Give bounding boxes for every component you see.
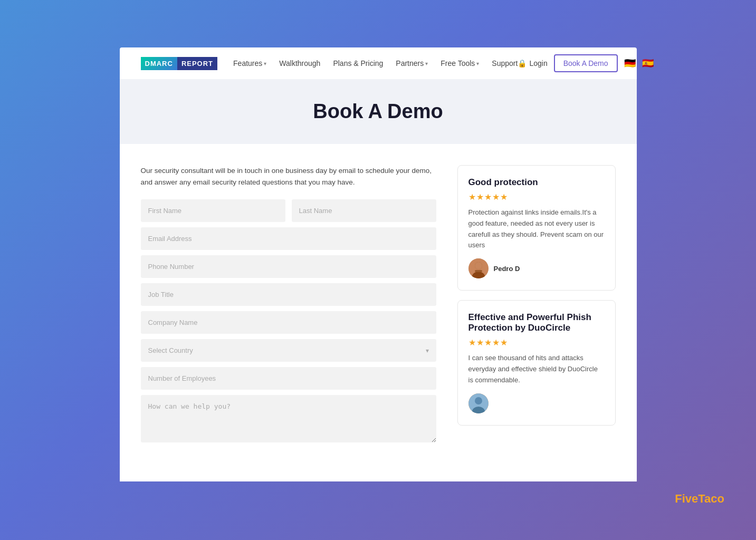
avatar-1: [468, 258, 489, 278]
nav-walkthrough[interactable]: Walkthrough: [279, 59, 320, 68]
svg-rect-4: [475, 270, 482, 272]
review-2-title: Effective and Powerful Phish Protection …: [468, 312, 605, 333]
review-2-text: I can see thousand of hits and attacks e…: [468, 353, 605, 385]
nav-support[interactable]: Support: [492, 59, 518, 68]
brand-suffix: Taco: [698, 492, 724, 505]
nav-free-tools[interactable]: Free Tools ▾: [441, 59, 479, 68]
reviews-side: Good protection ★★★★★ Protection against…: [457, 165, 616, 450]
job-title-input[interactable]: [141, 283, 436, 306]
book-demo-nav-button[interactable]: Book A Demo: [554, 54, 618, 72]
lock-icon: 🔒: [518, 59, 527, 68]
review-card-1: Good protection ★★★★★ Protection against…: [457, 165, 616, 291]
nav-links: Features ▾ Walkthrough Plans & Pricing P…: [233, 59, 518, 68]
content-area: Our security consultant will be in touch…: [120, 144, 637, 481]
phone-input[interactable]: [141, 255, 436, 278]
review-2-stars: ★★★★★: [468, 338, 605, 348]
reviewer-1-name: Pedro D: [494, 265, 520, 273]
login-button[interactable]: 🔒 Login: [518, 59, 547, 68]
reviewer-1: Pedro D: [468, 258, 605, 278]
chevron-down-icon: ▾: [425, 61, 428, 66]
employees-wrap: [141, 367, 436, 390]
country-wrap: Select Country United States United King…: [141, 339, 436, 362]
logo-report: REPORT: [177, 57, 217, 70]
company-wrap: [141, 311, 436, 334]
hero-section: Book A Demo: [120, 79, 637, 144]
email-input[interactable]: [141, 227, 436, 250]
chevron-down-icon: ▾: [264, 61, 266, 66]
logo-dmarc: DMARC: [141, 57, 177, 70]
reviewer-2: [468, 393, 605, 413]
review-1-title: Good protection: [468, 177, 605, 188]
avatar-2: [468, 393, 489, 413]
nav-partners[interactable]: Partners ▾: [396, 59, 428, 68]
first-name-input[interactable]: [141, 199, 285, 222]
review-card-2: Effective and Powerful Phish Protection …: [457, 300, 616, 425]
svg-point-3: [475, 262, 482, 269]
nav-features[interactable]: Features ▾: [233, 59, 266, 68]
avatar-svg: [468, 258, 489, 278]
country-select[interactable]: Select Country United States United King…: [141, 339, 436, 362]
form-description: Our security consultant will be in touch…: [141, 165, 436, 188]
footer-brand: FiveTaco: [0, 481, 756, 516]
flag-de[interactable]: 🇩🇪: [624, 57, 636, 69]
review-1-text: Protection against links inside emails.I…: [468, 207, 605, 251]
phone-wrap: [141, 255, 436, 278]
svg-point-6: [475, 397, 482, 404]
chevron-down-icon: ▾: [476, 61, 479, 66]
avatar-2-svg: [468, 393, 489, 413]
form-side: Our security consultant will be in touch…: [141, 165, 436, 450]
nav-right: 🔒 Login Book A Demo 🇩🇪 🇪🇸: [518, 54, 653, 72]
nav-plans-pricing[interactable]: Plans & Pricing: [333, 59, 383, 68]
review-1-stars: ★★★★★: [468, 192, 605, 202]
page-title: Book A Demo: [130, 100, 626, 123]
email-wrap: [141, 227, 436, 250]
brand-prefix: Five: [675, 492, 698, 505]
flag-es[interactable]: 🇪🇸: [642, 57, 654, 69]
last-name-input[interactable]: [292, 199, 436, 222]
logo[interactable]: DMARC REPORT: [141, 57, 218, 70]
name-row: [141, 199, 436, 222]
employees-input[interactable]: [141, 367, 436, 390]
company-input[interactable]: [141, 311, 436, 334]
help-wrap: [141, 395, 436, 445]
help-textarea[interactable]: [141, 395, 436, 442]
job-title-wrap: [141, 283, 436, 306]
navbar: DMARC REPORT Features ▾ Walkthrough Plan…: [120, 47, 637, 79]
